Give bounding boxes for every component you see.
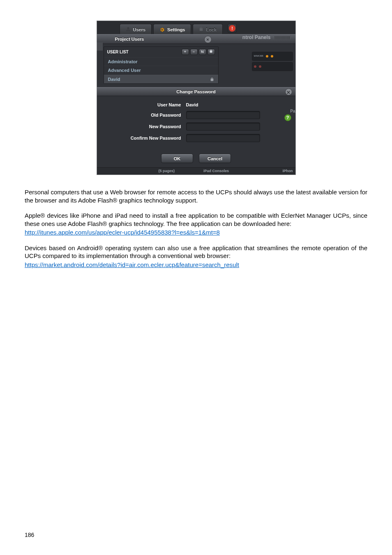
user-name-label: David: [108, 76, 120, 82]
ntrol-panels-label: ntrol Panels: [242, 35, 291, 41]
itunes-link[interactable]: http://itunes.apple.com/us/app/ecler-ucp…: [25, 229, 220, 236]
paragraph-2-text: Apple® devices like iPhone and iPad need…: [25, 212, 367, 227]
add-user-button[interactable]: +: [182, 49, 189, 55]
ok-button[interactable]: OK: [161, 154, 193, 163]
user-row[interactable]: Administrator: [104, 57, 218, 66]
confirm-password-row: Confirm New Password: [102, 134, 291, 142]
userlist-area: USER LIST + − N Administrator: [97, 46, 295, 84]
change-password-title: Change Password: [176, 89, 215, 94]
android-link[interactable]: https://market.android.com/details?id=ai…: [25, 261, 239, 268]
users-icon: [126, 27, 131, 33]
user-list-panel: USER LIST + − N Administrator: [104, 46, 219, 84]
app-screenshot: Users Settings Lock ! Project Users ×: [97, 21, 296, 175]
user-name-label: Administrator: [108, 59, 138, 64]
paragraph-3: Devices based on Android® operating syst…: [25, 244, 367, 260]
android-link-line: https://market.android.com/details?id=ai…: [25, 261, 367, 269]
users-tab-label: Users: [133, 27, 146, 32]
document-page: Users Settings Lock ! Project Users ×: [0, 0, 392, 555]
ipad-consoles-label: iPad Consoles: [203, 169, 229, 174]
new-password-input[interactable]: [186, 122, 260, 131]
old-password-label: Old Password: [102, 112, 186, 118]
lock-icon: [199, 27, 203, 32]
user-list-heading: USER LIST: [107, 49, 129, 55]
close-icon: [287, 88, 290, 96]
gear-icon: [159, 27, 165, 32]
led-icon: [254, 65, 256, 68]
new-password-label: New Password: [102, 124, 186, 129]
rename-user-button[interactable]: N: [199, 49, 206, 55]
change-password-close-button[interactable]: [285, 88, 292, 95]
new-password-row: New Password: [102, 122, 291, 131]
led-icon: [259, 65, 261, 68]
lock-user-button[interactable]: [208, 49, 215, 55]
pa-fragment: Pa: [290, 108, 295, 114]
question-icon: ?: [286, 115, 289, 120]
paragraph-2: Apple® devices like iPhone and iPad need…: [25, 212, 367, 228]
bottom-info-strip: (5 pages) iPad Consoles iPhon: [97, 167, 295, 175]
ok-button-label: OK: [174, 156, 181, 161]
alert-icon: !: [229, 25, 235, 32]
paragraph-1: Personal computers that use a Web browse…: [25, 188, 367, 204]
user-list-header: USER LIST + − N: [104, 47, 218, 57]
minus-icon: −: [193, 50, 195, 55]
change-password-form: User Name David Old Password New Passwor…: [97, 96, 295, 149]
user-name-value: David: [186, 102, 198, 108]
old-password-input[interactable]: [186, 111, 260, 119]
alert-button[interactable]: !: [228, 24, 237, 33]
user-row[interactable]: Advanced User: [104, 66, 218, 74]
project-users-title: Project Users: [115, 36, 144, 42]
cancel-button[interactable]: Cancel: [199, 154, 231, 163]
confirm-password-label: Confirm New Password: [102, 135, 186, 141]
users-tab[interactable]: Users: [120, 24, 152, 35]
led-icon: [271, 55, 273, 58]
user-list-toolbar: + − N: [182, 49, 215, 55]
remove-user-button[interactable]: −: [190, 49, 198, 55]
cancel-button-label: Cancel: [208, 156, 222, 161]
user-lock-icon: [210, 77, 214, 81]
led-icon: [266, 55, 268, 58]
user-row-selected[interactable]: David: [104, 75, 218, 83]
top-tab-bar: Users Settings Lock !: [97, 21, 295, 34]
device-thumbnail[interactable]: [252, 62, 293, 71]
device-thumbnail-caption: MIMO88: [254, 55, 263, 58]
page-number: 186: [25, 531, 34, 539]
old-password-row: Old Password: [102, 111, 291, 119]
lock-tab-label: Lock: [206, 27, 217, 32]
settings-tab[interactable]: Settings: [153, 24, 191, 35]
confirm-password-input[interactable]: [186, 134, 260, 142]
settings-tab-label: Settings: [167, 27, 185, 32]
itunes-link-line: http://itunes.apple.com/us/app/ecler-ucp…: [25, 228, 367, 237]
pages-label: (5 pages): [159, 169, 175, 174]
dialog-button-row: OK Cancel: [97, 149, 295, 167]
user-name-row: User Name David: [102, 102, 291, 108]
plus-icon: +: [184, 50, 186, 55]
help-button[interactable]: ?: [284, 114, 291, 121]
lock-small-icon: [209, 49, 213, 55]
n-icon: N: [201, 50, 204, 55]
lock-tab[interactable]: Lock: [193, 24, 223, 35]
paragraph-3-text: Devices based on Android® operating syst…: [25, 244, 367, 260]
project-users-close-button[interactable]: ×: [204, 36, 212, 43]
iphone-label: iPhon: [283, 169, 295, 174]
user-name-label: User Name: [102, 102, 186, 108]
change-password-titlebar: Change Password: [97, 87, 295, 96]
user-name-label: Advanced User: [108, 67, 141, 73]
device-thumbnail[interactable]: MIMO88: [252, 52, 293, 61]
